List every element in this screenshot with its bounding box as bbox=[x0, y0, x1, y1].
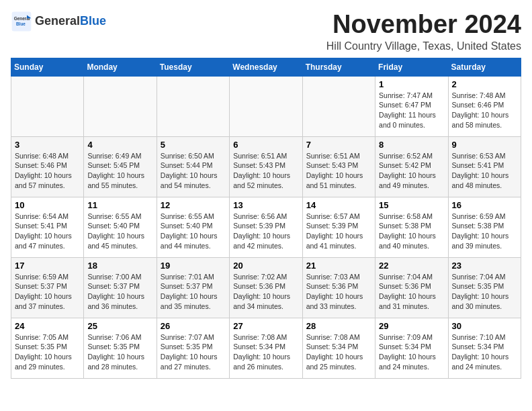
day-info: Sunrise: 7:09 AM Sunset: 5:34 PM Dayligh… bbox=[379, 332, 444, 372]
calendar-header-saturday: Saturday bbox=[448, 58, 521, 76]
calendar-cell: 24Sunrise: 7:05 AM Sunset: 5:35 PM Dayli… bbox=[11, 318, 84, 378]
day-info: Sunrise: 7:04 AM Sunset: 5:35 PM Dayligh… bbox=[452, 272, 517, 312]
calendar-cell: 26Sunrise: 7:07 AM Sunset: 5:35 PM Dayli… bbox=[157, 318, 229, 378]
svg-text:Blue: Blue bbox=[16, 21, 26, 26]
calendar-header-monday: Monday bbox=[84, 58, 157, 76]
calendar-week-row: 3Sunrise: 6:48 AM Sunset: 5:46 PM Daylig… bbox=[11, 136, 521, 197]
calendar-cell: 17Sunrise: 6:59 AM Sunset: 5:37 PM Dayli… bbox=[11, 257, 84, 318]
day-number: 14 bbox=[306, 200, 371, 210]
day-info: Sunrise: 6:48 AM Sunset: 5:46 PM Dayligh… bbox=[15, 151, 80, 191]
day-number: 27 bbox=[233, 321, 298, 331]
calendar-cell: 2Sunrise: 7:48 AM Sunset: 6:46 PM Daylig… bbox=[448, 76, 521, 136]
location-title: Hill Country Village, Texas, United Stat… bbox=[326, 40, 521, 52]
day-number: 2 bbox=[452, 79, 517, 89]
calendar-cell: 14Sunrise: 6:57 AM Sunset: 5:39 PM Dayli… bbox=[302, 197, 375, 257]
calendar-cell: 15Sunrise: 6:58 AM Sunset: 5:38 PM Dayli… bbox=[375, 197, 448, 257]
calendar-cell: 5Sunrise: 6:50 AM Sunset: 5:44 PM Daylig… bbox=[157, 136, 229, 197]
calendar-cell: 9Sunrise: 6:53 AM Sunset: 5:41 PM Daylig… bbox=[448, 136, 521, 197]
calendar-header-row: SundayMondayTuesdayWednesdayThursdayFrid… bbox=[11, 58, 521, 76]
month-title: November 2024 bbox=[326, 11, 521, 39]
day-info: Sunrise: 6:55 AM Sunset: 5:40 PM Dayligh… bbox=[87, 212, 152, 251]
day-info: Sunrise: 6:54 AM Sunset: 5:41 PM Dayligh… bbox=[15, 212, 80, 251]
day-info: Sunrise: 6:53 AM Sunset: 5:41 PM Dayligh… bbox=[452, 151, 517, 191]
day-info: Sunrise: 7:00 AM Sunset: 5:37 PM Dayligh… bbox=[87, 272, 152, 312]
calendar-cell: 19Sunrise: 7:01 AM Sunset: 5:37 PM Dayli… bbox=[157, 257, 229, 318]
day-info: Sunrise: 6:55 AM Sunset: 5:40 PM Dayligh… bbox=[161, 212, 226, 251]
day-number: 24 bbox=[15, 321, 80, 331]
day-info: Sunrise: 6:56 AM Sunset: 5:39 PM Dayligh… bbox=[233, 212, 298, 251]
calendar-cell: 16Sunrise: 6:59 AM Sunset: 5:38 PM Dayli… bbox=[448, 197, 521, 257]
calendar-cell: 6Sunrise: 6:51 AM Sunset: 5:43 PM Daylig… bbox=[230, 136, 302, 197]
calendar-cell: 20Sunrise: 7:02 AM Sunset: 5:36 PM Dayli… bbox=[230, 257, 302, 318]
day-number: 7 bbox=[306, 140, 371, 150]
title-area: November 2024 Hill Country Village, Texa… bbox=[326, 11, 521, 52]
calendar-cell: 12Sunrise: 6:55 AM Sunset: 5:40 PM Dayli… bbox=[157, 197, 229, 257]
logo-blue-text: Blue bbox=[80, 14, 106, 28]
day-number: 29 bbox=[379, 321, 444, 331]
day-info: Sunrise: 7:03 AM Sunset: 5:36 PM Dayligh… bbox=[306, 272, 371, 312]
day-info: Sunrise: 7:48 AM Sunset: 6:46 PM Dayligh… bbox=[452, 91, 517, 130]
day-number: 6 bbox=[233, 140, 298, 150]
calendar-cell: 18Sunrise: 7:00 AM Sunset: 5:37 PM Dayli… bbox=[84, 257, 157, 318]
day-number: 9 bbox=[452, 140, 517, 150]
day-number: 4 bbox=[87, 140, 152, 150]
day-info: Sunrise: 6:58 AM Sunset: 5:38 PM Dayligh… bbox=[379, 212, 444, 251]
day-number: 25 bbox=[87, 321, 152, 331]
day-number: 5 bbox=[161, 140, 226, 150]
calendar-cell bbox=[302, 76, 375, 136]
day-number: 22 bbox=[379, 261, 444, 271]
day-number: 19 bbox=[161, 261, 226, 271]
day-number: 18 bbox=[87, 261, 152, 271]
day-number: 16 bbox=[452, 200, 517, 210]
day-info: Sunrise: 6:59 AM Sunset: 5:38 PM Dayligh… bbox=[452, 212, 517, 251]
calendar-week-row: 24Sunrise: 7:05 AM Sunset: 5:35 PM Dayli… bbox=[11, 318, 521, 378]
day-number: 13 bbox=[233, 200, 298, 210]
page-header: General Blue GeneralBlue November 2024 H… bbox=[11, 11, 521, 52]
day-number: 8 bbox=[379, 140, 444, 150]
logo-general-text: General bbox=[35, 14, 80, 28]
calendar-cell: 8Sunrise: 6:52 AM Sunset: 5:42 PM Daylig… bbox=[375, 136, 448, 197]
calendar-cell: 28Sunrise: 7:08 AM Sunset: 5:34 PM Dayli… bbox=[302, 318, 375, 378]
calendar-cell: 13Sunrise: 6:56 AM Sunset: 5:39 PM Dayli… bbox=[230, 197, 302, 257]
day-number: 17 bbox=[15, 261, 80, 271]
day-info: Sunrise: 6:52 AM Sunset: 5:42 PM Dayligh… bbox=[379, 151, 444, 191]
day-number: 15 bbox=[379, 200, 444, 210]
day-number: 26 bbox=[161, 321, 226, 331]
calendar-header-friday: Friday bbox=[375, 58, 448, 76]
calendar-cell: 25Sunrise: 7:06 AM Sunset: 5:35 PM Dayli… bbox=[84, 318, 157, 378]
calendar-header-thursday: Thursday bbox=[302, 58, 375, 76]
day-number: 23 bbox=[452, 261, 517, 271]
day-info: Sunrise: 7:04 AM Sunset: 5:36 PM Dayligh… bbox=[379, 272, 444, 312]
calendar-cell: 11Sunrise: 6:55 AM Sunset: 5:40 PM Dayli… bbox=[84, 197, 157, 257]
logo: General Blue GeneralBlue bbox=[11, 11, 106, 32]
day-number: 11 bbox=[87, 200, 152, 210]
day-number: 10 bbox=[15, 200, 80, 210]
calendar-cell: 30Sunrise: 7:10 AM Sunset: 5:34 PM Dayli… bbox=[448, 318, 521, 378]
calendar-header-sunday: Sunday bbox=[11, 58, 84, 76]
day-info: Sunrise: 6:57 AM Sunset: 5:39 PM Dayligh… bbox=[306, 212, 371, 251]
day-number: 1 bbox=[379, 79, 444, 89]
calendar-table: SundayMondayTuesdayWednesdayThursdayFrid… bbox=[11, 58, 521, 379]
day-number: 3 bbox=[15, 140, 80, 150]
day-info: Sunrise: 6:59 AM Sunset: 5:37 PM Dayligh… bbox=[15, 272, 80, 312]
calendar-week-row: 1Sunrise: 7:47 AM Sunset: 6:47 PM Daylig… bbox=[11, 76, 521, 136]
day-info: Sunrise: 7:10 AM Sunset: 5:34 PM Dayligh… bbox=[452, 332, 517, 372]
day-info: Sunrise: 6:50 AM Sunset: 5:44 PM Dayligh… bbox=[161, 151, 226, 191]
day-info: Sunrise: 7:07 AM Sunset: 5:35 PM Dayligh… bbox=[161, 332, 226, 372]
day-info: Sunrise: 6:51 AM Sunset: 5:43 PM Dayligh… bbox=[233, 151, 298, 191]
day-info: Sunrise: 7:02 AM Sunset: 5:36 PM Dayligh… bbox=[233, 272, 298, 312]
calendar-cell: 10Sunrise: 6:54 AM Sunset: 5:41 PM Dayli… bbox=[11, 197, 84, 257]
calendar-cell: 29Sunrise: 7:09 AM Sunset: 5:34 PM Dayli… bbox=[375, 318, 448, 378]
calendar-cell: 3Sunrise: 6:48 AM Sunset: 5:46 PM Daylig… bbox=[11, 136, 84, 197]
day-info: Sunrise: 7:08 AM Sunset: 5:34 PM Dayligh… bbox=[306, 332, 371, 372]
calendar-cell bbox=[11, 76, 84, 136]
day-number: 28 bbox=[306, 321, 371, 331]
day-info: Sunrise: 6:51 AM Sunset: 5:43 PM Dayligh… bbox=[306, 151, 371, 191]
calendar-cell bbox=[157, 76, 229, 136]
calendar-cell: 27Sunrise: 7:08 AM Sunset: 5:34 PM Dayli… bbox=[230, 318, 302, 378]
calendar-cell: 23Sunrise: 7:04 AM Sunset: 5:35 PM Dayli… bbox=[448, 257, 521, 318]
calendar-header-tuesday: Tuesday bbox=[157, 58, 229, 76]
day-number: 20 bbox=[233, 261, 298, 271]
day-info: Sunrise: 7:47 AM Sunset: 6:47 PM Dayligh… bbox=[379, 91, 444, 130]
calendar-week-row: 17Sunrise: 6:59 AM Sunset: 5:37 PM Dayli… bbox=[11, 257, 521, 318]
